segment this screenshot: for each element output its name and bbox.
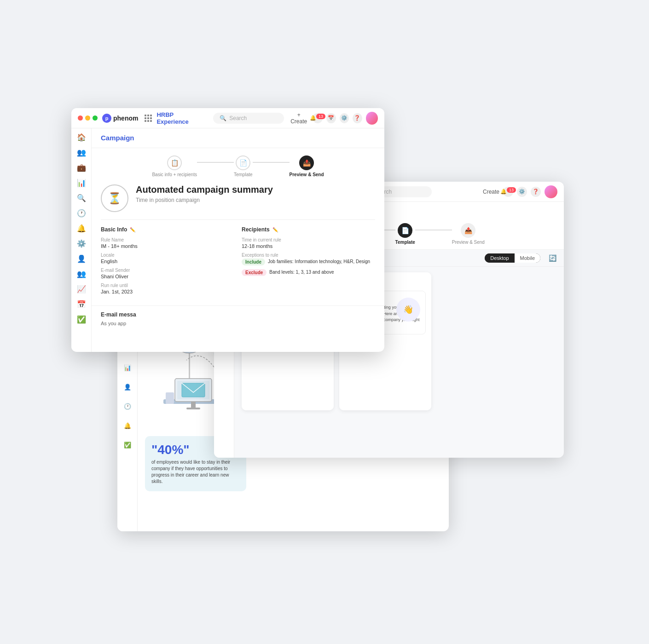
exclude-text: Band levels: 1, 3, 13 and above xyxy=(269,269,334,276)
step-circle-2-front: 📄 xyxy=(236,155,250,170)
step-2-mid: 📄 Template xyxy=(395,223,415,245)
sb-chart-front[interactable]: 📊 xyxy=(77,178,86,187)
rule-name-value: IM - 18+ months xyxy=(101,243,234,249)
step-circle-2-mid: 📄 xyxy=(398,223,412,238)
hi-badge: 👋 xyxy=(396,298,420,322)
step-2-front: 📄 Template xyxy=(234,155,253,177)
sb-user-front[interactable]: 👤 xyxy=(77,254,86,263)
help-icon-front[interactable]: ❓ xyxy=(353,113,362,123)
run-rule-row: Run rule until Jan. 1st, 2023 xyxy=(101,283,234,294)
sb-check2-front[interactable]: ✅ xyxy=(77,315,86,324)
search-placeholder-front: Search xyxy=(229,115,247,121)
topbar-right-mid: Create 🔔13 ⚙️ ❓ xyxy=(483,185,557,198)
sb-calendar-front[interactable]: 📅 xyxy=(77,300,86,309)
create-btn-mid[interactable]: Create xyxy=(483,189,499,195)
sb-clock-front[interactable]: 🕐 xyxy=(77,209,86,218)
avatar-mid[interactable] xyxy=(545,185,557,198)
include-row: Include Job families: Information techno… xyxy=(242,259,375,265)
stat-text: of employees would like to stay in their… xyxy=(151,459,240,485)
sb-search-front[interactable]: 🔍 xyxy=(77,194,86,202)
run-rule-label: Run rule until xyxy=(101,283,234,288)
summary-grid: Basic Info ✏️ Rule Name IM - 18+ months … xyxy=(101,219,375,298)
sb-home-front[interactable]: 🏠 xyxy=(77,133,86,142)
notif-badge-front: 13 xyxy=(316,114,325,119)
refresh-icon-mid[interactable]: 🔄 xyxy=(549,254,556,262)
exceptions-row: Exceptions to rule Include Job families:… xyxy=(242,253,375,276)
include-text: Job families: Information technology, H&… xyxy=(268,259,370,265)
sb-groups-front[interactable]: 👥 xyxy=(77,270,86,278)
tl-yellow-front[interactable] xyxy=(85,115,90,121)
summary-title-text: Automated campaign summary Time in posit… xyxy=(136,184,273,203)
settings-icon-front[interactable]: ⚙️ xyxy=(340,113,349,123)
search-bar-front[interactable]: 🔍 Search xyxy=(213,113,284,124)
sb-settings-front[interactable]: ⚙️ xyxy=(77,239,86,248)
sb-clock-back[interactable]: 🕐 xyxy=(121,400,134,413)
scene: p phenom HRBP Experience 🔍 Search + Crea… xyxy=(71,80,578,564)
steps-front: 📋 Basic info + recipients 📄 Template 📤 P… xyxy=(92,148,384,184)
view-mobile-btn[interactable]: Mobile xyxy=(515,253,540,263)
help-icon-mid[interactable]: ❓ xyxy=(531,187,541,197)
notif-icon-mid[interactable]: 🔔13 xyxy=(503,187,513,197)
search-icon-front: 🔍 xyxy=(220,115,226,121)
tl-red-front[interactable] xyxy=(78,115,83,121)
summary-main-title: Automated campaign summary xyxy=(136,184,273,195)
settings-icon-mid[interactable]: ⚙️ xyxy=(517,187,527,197)
email-sender-value: Shani Oliver xyxy=(101,274,234,279)
recipients-col: Recipients ✏️ Time in current rule 12-18… xyxy=(242,226,375,298)
email-section-title: E-mail messa xyxy=(101,311,375,318)
step-circle-1-front: 📋 xyxy=(167,155,182,170)
step-label-3-front: Preview & Send xyxy=(290,172,324,177)
hourglass-icon: ⏳ xyxy=(101,184,128,212)
step-1-front: 📋 Basic info + recipients xyxy=(152,155,197,177)
sb-analytics-front[interactable]: 📈 xyxy=(77,285,86,293)
locale-value: English xyxy=(101,259,234,264)
basic-info-heading: Basic Info ✏️ xyxy=(101,226,234,233)
connector-2-front xyxy=(253,162,290,163)
sb-chart-back[interactable]: 📊 xyxy=(121,361,134,374)
time-value: 12-18 months xyxy=(242,243,375,249)
create-btn-front[interactable]: + Create xyxy=(289,112,308,125)
calendar-icon-front[interactable]: 📅 xyxy=(326,113,336,123)
run-rule-value: Jan. 1st, 2023 xyxy=(101,289,234,294)
step-3-front: 📤 Preview & Send xyxy=(290,155,324,177)
include-tag: Include xyxy=(242,259,265,265)
phenom-logo-front: p phenom xyxy=(102,114,138,123)
view-desktop-btn[interactable]: Desktop xyxy=(485,253,514,263)
p-icon-front: p xyxy=(102,114,111,123)
topbar-front: p phenom HRBP Experience 🔍 Search + Crea… xyxy=(71,108,384,128)
notif-icon-front[interactable]: 🔔13 xyxy=(313,113,323,123)
exceptions-label: Exceptions to rule xyxy=(242,253,375,258)
step-label-2-front: Template xyxy=(234,172,253,177)
view-toggle: Desktop Mobile xyxy=(485,253,540,263)
rule-name-label: Rule Name xyxy=(101,237,234,242)
step-label-1-front: Basic info + recipients xyxy=(152,172,197,177)
email-message-section: E-mail messa As you app xyxy=(92,305,384,326)
basic-info-edit-icon[interactable]: ✏️ xyxy=(130,227,135,232)
summary-subtitle: Time in position campaign xyxy=(136,197,273,203)
sb-bell-front[interactable]: 🔔 xyxy=(77,224,86,233)
sb-people-front[interactable]: 👥 xyxy=(77,148,86,157)
sb-bell-back[interactable]: 🔔 xyxy=(121,419,134,432)
main-front: Campaign 📋 Basic info + recipients 📄 Tem… xyxy=(92,128,384,352)
email-sender-label: E-mail Sender xyxy=(101,268,234,273)
sb-user-back[interactable]: 👤 xyxy=(121,380,134,393)
traffic-lights-front xyxy=(78,115,98,121)
step-3-mid: 📤 Preview & Send xyxy=(452,223,485,245)
topbar-title-front: HRBP Experience xyxy=(156,111,205,125)
sb-check-back[interactable]: ✅ xyxy=(121,438,134,451)
tl-green-front[interactable] xyxy=(93,115,98,121)
notif-badge-mid: 13 xyxy=(507,187,516,193)
exclude-row: Exclude Band levels: 1, 3, 13 and above xyxy=(242,269,375,276)
grid-icon-front[interactable] xyxy=(145,115,152,122)
time-in-rule-row: Time in current rule 12-18 months xyxy=(242,237,375,249)
avatar-front[interactable] xyxy=(366,112,378,125)
exclude-tag: Exclude xyxy=(242,269,267,276)
recipients-heading: Recipients ✏️ xyxy=(242,226,375,233)
svg-rect-6 xyxy=(191,402,196,408)
sb-briefcase-front[interactable]: 💼 xyxy=(77,163,86,172)
recipients-edit-icon[interactable]: ✏️ xyxy=(272,227,278,232)
email-sender-row: E-mail Sender Shani Oliver xyxy=(101,268,234,279)
sidebar-front: 🏠 👥 💼 📊 🔍 🕐 🔔 ⚙️ 👤 👥 📈 📅 ✅ xyxy=(71,128,92,352)
step-label-3-mid: Preview & Send xyxy=(452,240,485,245)
step-label-2-mid: Template xyxy=(395,240,415,245)
